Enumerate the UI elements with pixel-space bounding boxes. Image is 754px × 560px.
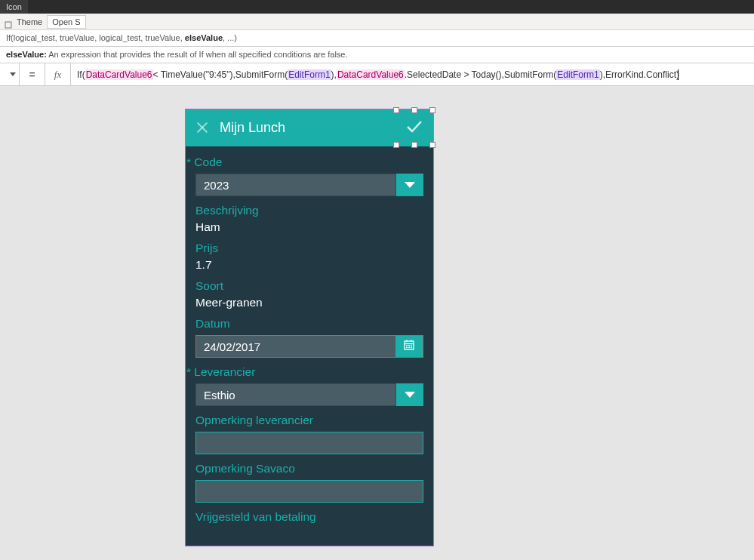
dropdown-leverancier-button[interactable] bbox=[396, 383, 423, 406]
label-code: Code bbox=[195, 155, 423, 169]
chevron-down-icon bbox=[405, 392, 415, 398]
label-beschrijving: Beschrijving bbox=[195, 204, 423, 217]
hint-suffix: , ...) bbox=[223, 33, 237, 42]
tab-icon[interactable]: Icon bbox=[0, 0, 28, 14]
resize-handle[interactable] bbox=[393, 107, 399, 113]
input-opmerking-leverancier[interactable] bbox=[195, 432, 423, 454]
calendar-icon bbox=[403, 339, 415, 354]
resize-handle[interactable] bbox=[411, 142, 417, 148]
label-vrijgesteld: Vrijgesteld van betaling bbox=[195, 510, 423, 524]
resize-handle[interactable] bbox=[411, 107, 417, 113]
chevron-down-icon bbox=[405, 182, 415, 188]
datepicker-datum[interactable]: 24/02/2017 bbox=[195, 335, 423, 358]
label-soort: Soort bbox=[195, 279, 423, 293]
label-prijs: Prijs bbox=[195, 242, 423, 255]
svg-point-5 bbox=[406, 345, 407, 346]
hint2-name: elseValue: bbox=[6, 50, 47, 59]
label-opmerking-savaco: Opmerking Savaco bbox=[195, 462, 423, 475]
edit-form: Code 2023 Beschrijving Ham Prijs 1.7 Soo… bbox=[185, 146, 434, 546]
input-opmerking-savaco[interactable] bbox=[195, 480, 423, 503]
header-title: Mijn Lunch bbox=[220, 120, 285, 136]
hint2-text: An expression that provides the result o… bbox=[47, 50, 348, 59]
svg-point-9 bbox=[408, 347, 409, 348]
open-button[interactable]: Open S bbox=[47, 15, 85, 29]
svg-rect-0 bbox=[5, 22, 11, 28]
formula-bar: = fx If(DataCardValue6 < TimeValue("9:45… bbox=[0, 63, 754, 86]
dropdown-leverancier-value: Esthio bbox=[195, 383, 396, 406]
text-cursor bbox=[678, 69, 679, 80]
dropdown-code-value: 2023 bbox=[195, 174, 396, 196]
token-datacardvalue6: DataCardValue6 bbox=[85, 69, 153, 80]
property-dropdown[interactable] bbox=[0, 63, 20, 85]
tab-label: Icon bbox=[6, 2, 22, 11]
value-soort: Meer-granen bbox=[195, 296, 423, 309]
intellisense-signature: If(logical_test, trueValue, logical_test… bbox=[0, 30, 754, 47]
datepicker-button[interactable] bbox=[395, 336, 423, 357]
label-opmerking-leverancier: Opmerking leverancier bbox=[195, 414, 423, 427]
close-icon[interactable] bbox=[195, 121, 209, 134]
hint-current-param: elseValue bbox=[185, 33, 223, 42]
fx-icon: fx bbox=[45, 63, 71, 85]
formula-input[interactable]: If(DataCardValue6 < TimeValue("9:45"),Su… bbox=[71, 63, 754, 85]
intellisense-description: elseValue: An expression that provides t… bbox=[0, 47, 754, 63]
title-bar: Icon bbox=[0, 0, 754, 14]
resize-handle[interactable] bbox=[393, 142, 399, 148]
theme-label[interactable]: Theme bbox=[17, 17, 42, 26]
hint-prefix: If(logical_test, trueValue, logical_test… bbox=[6, 33, 185, 42]
svg-point-8 bbox=[406, 347, 407, 348]
datepicker-value: 24/02/2017 bbox=[196, 336, 395, 357]
dropdown-leverancier[interactable]: Esthio bbox=[195, 383, 423, 406]
svg-point-7 bbox=[411, 345, 411, 346]
token-datacardvalue6-2: DataCardValue6 bbox=[337, 69, 405, 80]
canvas[interactable]: Mijn Lunch Code 2023 Beschrijving Ham Pr… bbox=[0, 86, 754, 560]
app-screen: Mijn Lunch Code 2023 Beschrijving Ham Pr… bbox=[185, 109, 434, 546]
dropdown-code[interactable]: 2023 bbox=[195, 174, 423, 196]
token-editform1-2: EditForm1 bbox=[556, 69, 599, 80]
label-datum: Datum bbox=[195, 317, 423, 331]
value-beschrijving: Ham bbox=[195, 220, 423, 234]
selection-handles bbox=[396, 110, 432, 145]
dropdown-code-button[interactable] bbox=[396, 174, 423, 196]
ribbon-bar: Theme Open S bbox=[0, 14, 754, 30]
token-editform1: EditForm1 bbox=[288, 69, 331, 80]
equals-label: = bbox=[20, 63, 45, 85]
chevron-down-icon bbox=[10, 72, 16, 76]
theme-icon bbox=[5, 18, 12, 26]
label-leverancier: Leverancier bbox=[195, 365, 423, 379]
resize-handle[interactable] bbox=[429, 107, 435, 113]
resize-handle[interactable] bbox=[429, 142, 435, 148]
svg-point-10 bbox=[411, 347, 411, 348]
value-prijs: 1.7 bbox=[195, 258, 423, 272]
svg-point-6 bbox=[408, 345, 409, 346]
